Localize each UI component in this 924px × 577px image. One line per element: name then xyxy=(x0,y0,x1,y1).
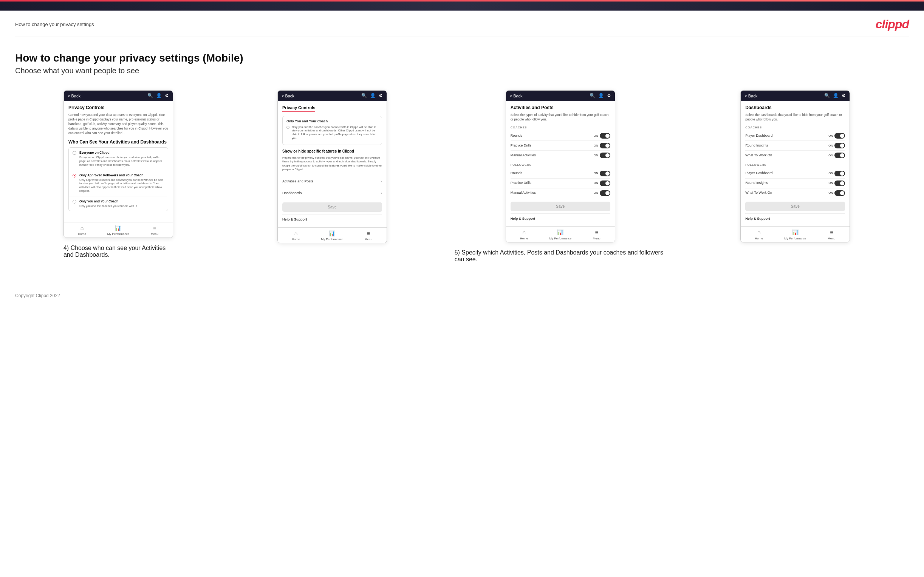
bottom-nav-home-4[interactable]: ⌂ Home xyxy=(741,229,777,240)
coaches-row-work-on: What To Work On ON xyxy=(745,151,845,160)
toggle-followers-drills[interactable] xyxy=(600,181,610,186)
mockup3-coaches-label: COACHES xyxy=(510,126,610,129)
option-everyone-label: Everyone on Clippd xyxy=(79,151,164,155)
home-icon-2: ⌂ xyxy=(294,230,297,237)
main-content: How to change your privacy settings (Mob… xyxy=(0,37,924,285)
mockup1-section-desc: Control how you and your data appears to… xyxy=(68,113,168,135)
right-section: < Back 🔍 👤 ⚙ Activities and Posts Select… xyxy=(447,90,909,263)
settings-icon-2[interactable]: ⚙ xyxy=(379,93,383,99)
toggle-coaches-player-dash[interactable] xyxy=(834,133,845,139)
mockup2-nav-back[interactable]: < Back xyxy=(281,93,294,98)
bottom-nav-home[interactable]: ⌂ Home xyxy=(64,225,100,236)
home-icon-3: ⌂ xyxy=(522,229,525,235)
mockup1-nav-icons: 🔍 👤 ⚙ xyxy=(147,93,169,99)
save-button-2[interactable]: Save xyxy=(282,202,382,212)
search-icon-4[interactable]: 🔍 xyxy=(824,93,830,99)
followers-row-work-on: What To Work On ON xyxy=(745,189,845,198)
search-icon-2[interactable]: 🔍 xyxy=(361,93,367,99)
toggle-followers-rounds[interactable] xyxy=(600,171,610,176)
bottom-nav-menu-4[interactable]: ≡ Menu xyxy=(813,229,850,240)
mockup1-who-title: Who Can See Your Activities and Dashboar… xyxy=(68,139,168,145)
page-subheading: Choose what you want people to see xyxy=(15,66,909,75)
mockup1: < Back 🔍 👤 ⚙ Privacy Controls Control ho… xyxy=(63,90,173,238)
option-everyone[interactable]: Everyone on Clippd Everyone on Clippd ca… xyxy=(69,148,168,170)
mockup3-nav-icons: 🔍 👤 ⚙ xyxy=(590,93,611,99)
settings-icon-3[interactable]: ⚙ xyxy=(607,93,611,99)
mockup4-nav-icons: 🔍 👤 ⚙ xyxy=(824,93,846,99)
bottom-nav-performance-4[interactable]: 📊 My Performance xyxy=(777,229,813,240)
mockup1-nav-back[interactable]: < Back xyxy=(68,93,81,98)
option-approved[interactable]: Only Approved Followers and Your Coach O… xyxy=(69,170,168,197)
bottom-nav-home-2[interactable]: ⌂ Home xyxy=(278,230,314,242)
page-heading: How to change your privacy settings (Mob… xyxy=(15,52,909,64)
mockup1-radio-group: Everyone on Clippd Everyone on Clippd ca… xyxy=(68,147,168,211)
mockup2: < Back 🔍 👤 ⚙ Privacy Controls Only You a… xyxy=(277,90,387,243)
help-support-3: Help & Support xyxy=(510,213,610,223)
option-everyone-desc: Everyone on Clippd can search for you an… xyxy=(79,156,164,166)
coaches-row-drills: Practice Drills ON xyxy=(510,141,610,151)
toggle-coaches-manual[interactable] xyxy=(600,153,610,158)
mockup4-followers-rows: Player Dashboard ON Round Insights ON xyxy=(745,169,845,198)
mockup4: < Back 🔍 👤 ⚙ Dashboards Select the dashb… xyxy=(740,90,850,242)
logo: clippd xyxy=(876,18,909,31)
screenshots-section: < Back 🔍 👤 ⚙ Privacy Controls Control ho… xyxy=(15,90,909,263)
option-coach-label: Only You and Your Coach xyxy=(79,199,137,203)
chevron-right-icon-2: › xyxy=(381,190,382,196)
performance-icon-3: 📊 xyxy=(557,229,564,235)
settings-icon-4[interactable]: ⚙ xyxy=(842,93,846,99)
list-dashboards[interactable]: Dashboards › xyxy=(282,187,382,198)
mockup3-nav-back[interactable]: < Back xyxy=(510,93,523,98)
toggle-followers-manual[interactable] xyxy=(600,190,610,196)
chevron-right-icon: › xyxy=(381,179,382,184)
mockup2-tab[interactable]: Privacy Controls xyxy=(282,105,315,112)
list-activities[interactable]: Activities and Posts › xyxy=(282,176,382,187)
mockup2-list: Activities and Posts › Dashboards › xyxy=(282,176,382,199)
search-icon-3[interactable]: 🔍 xyxy=(590,93,595,99)
toggle-coaches-rounds[interactable] xyxy=(600,133,610,139)
mockup3-section-desc: Select the types of activity that you'd … xyxy=(510,113,610,122)
toggle-coaches-round-insights[interactable] xyxy=(834,143,845,148)
toggle-followers-player-dash[interactable] xyxy=(834,171,845,176)
mockup3: < Back 🔍 👤 ⚙ Activities and Posts Select… xyxy=(506,90,615,242)
mockup4-bottom-nav: ⌂ Home 📊 My Performance ≡ Menu xyxy=(741,226,850,242)
person-icon-4[interactable]: 👤 xyxy=(833,93,838,99)
mockup1-body: Privacy Controls Control how you and you… xyxy=(64,101,173,222)
header-title: How to change your privacy settings xyxy=(15,21,94,27)
bottom-nav-menu-2[interactable]: ≡ Menu xyxy=(351,230,387,242)
left-section: < Back 🔍 👤 ⚙ Privacy Controls Control ho… xyxy=(15,90,435,263)
save-button-4[interactable]: Save xyxy=(745,201,845,211)
bottom-nav-menu-3[interactable]: ≡ Menu xyxy=(578,229,615,240)
help-support-2: Help & Support xyxy=(282,214,382,224)
coaches-row-rounds: Rounds ON xyxy=(510,131,610,141)
mockup1-nav: < Back 🔍 👤 ⚙ xyxy=(64,90,173,101)
help-support-4: Help & Support xyxy=(745,213,845,223)
mockup2-bottom-nav: ⌂ Home 📊 My Performance ≡ Menu xyxy=(278,227,387,243)
save-button-3[interactable]: Save xyxy=(510,201,610,211)
mockup2-body: Privacy Controls Only You and Your Coach… xyxy=(278,101,387,227)
option-coach-only[interactable]: Only You and Your Coach Only you and the… xyxy=(69,197,168,211)
toggle-coaches-work-on[interactable] xyxy=(834,153,845,158)
mockup1-group: < Back 🔍 👤 ⚙ Privacy Controls Control ho… xyxy=(15,90,221,263)
settings-icon[interactable]: ⚙ xyxy=(165,93,169,99)
coaches-row-manual: Manual Activities ON xyxy=(510,151,610,160)
bottom-nav-menu[interactable]: ≡ Menu xyxy=(136,225,173,236)
bottom-nav-home-3[interactable]: ⌂ Home xyxy=(506,229,542,240)
mockup2-tooltip: Only You and Your Coach Only you and the… xyxy=(282,116,382,145)
toggle-followers-round-insights[interactable] xyxy=(834,181,845,186)
mockup4-body: Dashboards Select the dashboards that yo… xyxy=(741,101,850,227)
toggle-coaches-drills[interactable] xyxy=(600,143,610,148)
option-approved-desc: Only approved followers and coaches you … xyxy=(79,178,164,193)
bottom-nav-performance[interactable]: 📊 My Performance xyxy=(100,225,136,236)
bottom-nav-performance-3[interactable]: 📊 My Performance xyxy=(542,229,578,240)
toggle-followers-work-on[interactable] xyxy=(834,190,845,196)
person-icon-2[interactable]: 👤 xyxy=(370,93,376,99)
mockup4-coaches-rows: Player Dashboard ON Round Insights ON xyxy=(745,131,845,160)
person-icon[interactable]: 👤 xyxy=(156,93,162,99)
person-icon-3[interactable]: 👤 xyxy=(598,93,604,99)
coaches-row-round-insights: Round Insights ON xyxy=(745,141,845,151)
feature-desc: Regardless of the privacy controls that … xyxy=(282,156,382,172)
bottom-nav-performance-2[interactable]: 📊 My Performance xyxy=(314,230,351,242)
mockup3-nav: < Back 🔍 👤 ⚙ xyxy=(506,90,615,101)
search-icon[interactable]: 🔍 xyxy=(147,93,153,99)
mockup4-nav-back[interactable]: < Back xyxy=(745,93,758,98)
